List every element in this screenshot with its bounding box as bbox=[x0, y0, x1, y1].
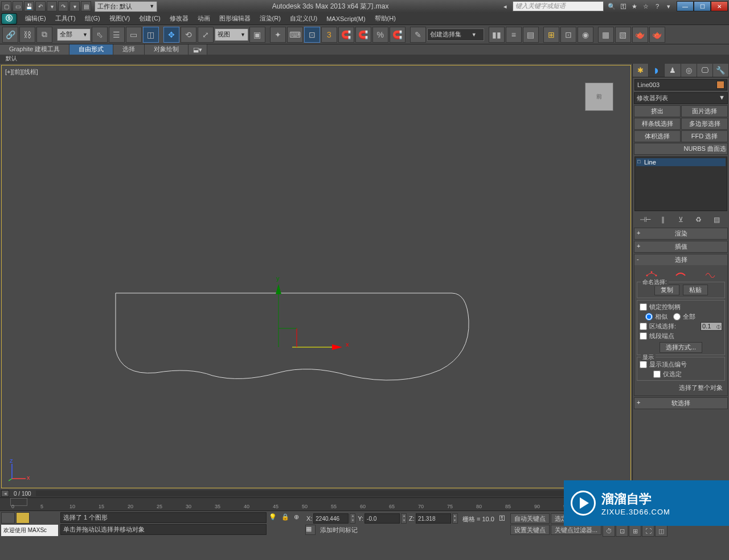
scale-icon[interactable]: ⤢ bbox=[198, 27, 214, 43]
move-gizmo[interactable]: x y bbox=[275, 276, 355, 356]
timeline-scroll-left[interactable]: ◂ bbox=[1, 490, 9, 497]
comm-center-icon[interactable]: ⚿ bbox=[499, 513, 509, 521]
binoculars-icon[interactable]: 🔍 bbox=[607, 2, 616, 11]
show-end-result-icon[interactable]: ∥ bbox=[658, 215, 668, 225]
snap-options-icon[interactable]: 🧲 bbox=[390, 27, 406, 43]
menu-tools[interactable]: 工具(T) bbox=[51, 13, 80, 24]
lock-selection-icon[interactable]: 🔒 bbox=[281, 513, 292, 524]
configure-sets-icon[interactable]: ▤ bbox=[711, 215, 722, 225]
select-by-button[interactable]: 选择方式... bbox=[660, 342, 702, 353]
paste-named-sel-button[interactable]: 粘贴 bbox=[683, 285, 708, 295]
rollout-soft-select-header[interactable]: +软选择 bbox=[634, 398, 727, 409]
project-icon[interactable]: ▤ bbox=[81, 1, 91, 11]
pivot-center-icon[interactable]: ▣ bbox=[249, 27, 265, 43]
script-listener-mini[interactable] bbox=[1, 512, 15, 524]
max-toggle-icon[interactable]: ⛶ bbox=[642, 525, 654, 537]
edit-named-sel-icon[interactable]: ✎ bbox=[410, 27, 426, 43]
unlink-icon[interactable]: ⛓ bbox=[19, 27, 35, 43]
viewport-front[interactable]: [+][前][线框] x y 前 z x bbox=[1, 65, 631, 488]
search-input[interactable]: 键入关键字或短语 bbox=[513, 1, 604, 11]
modifier-extrude[interactable]: 挤出 bbox=[634, 105, 681, 117]
isolate-toggle-icon[interactable]: ▦ bbox=[305, 525, 316, 535]
motion-panel-tab[interactable]: ◎ bbox=[681, 64, 697, 77]
menu-graph-editors[interactable]: 图形编辑器 bbox=[215, 13, 255, 24]
segment-end-checkbox[interactable] bbox=[640, 332, 647, 340]
favorite-icon[interactable]: ☆ bbox=[641, 2, 650, 11]
save-icon[interactable]: 💾 bbox=[24, 1, 34, 11]
percent-icon[interactable]: % bbox=[372, 27, 388, 43]
menu-animation[interactable]: 动画 bbox=[193, 13, 215, 24]
coord-z-input[interactable] bbox=[416, 513, 451, 524]
curve-editor-icon[interactable]: ⊞ bbox=[543, 27, 559, 43]
modify-panel-tab[interactable]: ◗ bbox=[649, 64, 665, 77]
modifier-poly-select[interactable]: 多边形选择 bbox=[681, 118, 728, 130]
undo-icon[interactable]: ↶ bbox=[35, 1, 46, 11]
render-production-icon[interactable]: 🫖 bbox=[632, 27, 648, 43]
abs-rel-icon[interactable]: ⊕ bbox=[294, 513, 304, 524]
keyboard-shortcut-icon[interactable]: ⌨ bbox=[287, 27, 303, 43]
percent-snap-icon[interactable]: 🧲 bbox=[338, 27, 354, 43]
modifier-face-select[interactable]: 面片选择 bbox=[681, 105, 728, 117]
move-icon[interactable]: ✥ bbox=[163, 27, 179, 43]
all-radio[interactable] bbox=[673, 313, 681, 320]
snap-toggle-icon[interactable]: ⊡ bbox=[304, 27, 320, 43]
region-zoom-icon[interactable]: ◫ bbox=[655, 525, 667, 537]
add-time-tag[interactable]: 添加时间标记 bbox=[318, 526, 360, 534]
object-color-swatch[interactable] bbox=[716, 81, 724, 89]
modifier-ffd-select[interactable]: FFD 选择 bbox=[681, 130, 728, 142]
rotate-icon[interactable]: ⟲ bbox=[181, 27, 196, 43]
modifier-volume-select[interactable]: 体积选择 bbox=[634, 130, 681, 142]
coord-x-spinner[interactable]: ▴▾ bbox=[350, 513, 355, 524]
ribbon-tab-selection[interactable]: 选择 bbox=[113, 44, 145, 55]
lock-handles-checkbox[interactable] bbox=[640, 303, 647, 311]
render-iterative-icon[interactable]: 🫖 bbox=[649, 27, 665, 43]
subobj-segment-icon[interactable] bbox=[675, 270, 686, 278]
named-selection-sets[interactable]: 创建选择集▼ bbox=[427, 28, 484, 41]
time-config-icon[interactable]: ⏱ bbox=[603, 525, 615, 537]
menu-edit[interactable]: 编辑(E) bbox=[21, 13, 51, 24]
mirror-icon[interactable]: ▮▮ bbox=[489, 27, 505, 43]
menu-group[interactable]: 组(G) bbox=[80, 13, 105, 24]
coord-z-spinner[interactable]: ▴▾ bbox=[452, 513, 458, 524]
stack-item-line[interactable]: Line bbox=[636, 158, 726, 166]
menu-create[interactable]: 创建(C) bbox=[134, 13, 165, 24]
menu-maxscript[interactable]: MAXScript(M) bbox=[322, 14, 370, 23]
minimize-button[interactable]: — bbox=[677, 1, 694, 11]
coord-y-spinner[interactable]: ▴▾ bbox=[401, 513, 407, 524]
undo-dropdown-icon[interactable]: ▾ bbox=[47, 1, 57, 11]
window-crossing-icon[interactable]: ◫ bbox=[143, 27, 159, 43]
spinner-snap-icon[interactable]: 🧲 bbox=[355, 27, 371, 43]
rollout-render-header[interactable]: +渲染 bbox=[634, 228, 727, 239]
show-vertex-num-checkbox[interactable] bbox=[640, 361, 647, 368]
rollout-selection-header[interactable]: -选择 bbox=[634, 254, 727, 265]
rollout-interp-header[interactable]: +插值 bbox=[634, 241, 727, 252]
modifier-stack[interactable]: Line bbox=[634, 157, 727, 211]
select-object-icon[interactable]: ⬁ bbox=[92, 27, 108, 43]
select-region-icon[interactable]: ▭ bbox=[126, 27, 142, 43]
help-icon[interactable]: ? bbox=[653, 2, 662, 11]
new-icon[interactable]: ▢ bbox=[1, 1, 11, 11]
area-select-checkbox[interactable] bbox=[640, 323, 647, 330]
coord-x-input[interactable] bbox=[313, 513, 349, 524]
app-menu-button[interactable]: ⓢ bbox=[1, 13, 17, 24]
similar-radio[interactable] bbox=[645, 313, 653, 320]
open-icon[interactable]: ▭ bbox=[13, 1, 23, 11]
maximize-button[interactable]: ☐ bbox=[694, 1, 711, 11]
key-mode-icon[interactable]: 💡 bbox=[269, 513, 279, 524]
select-by-name-icon[interactable]: ☰ bbox=[109, 27, 125, 43]
angle-snap-icon[interactable]: 3 bbox=[321, 27, 337, 43]
align-icon[interactable]: ≡ bbox=[506, 27, 522, 43]
subobj-vertex-icon[interactable] bbox=[646, 270, 657, 278]
workspace-selector[interactable]: 工作台: 默认 ▼ bbox=[95, 1, 157, 12]
utilities-panel-tab[interactable]: 🔧 bbox=[713, 64, 729, 77]
menu-views[interactable]: 视图(V) bbox=[105, 13, 135, 24]
selection-filter[interactable]: 全部▼ bbox=[57, 28, 91, 41]
bind-icon[interactable]: ⧉ bbox=[36, 27, 52, 43]
menu-customize[interactable]: 自定义(U) bbox=[285, 13, 322, 24]
ref-coord-system[interactable]: 视图▼ bbox=[215, 28, 248, 41]
ribbon-tab-freeform[interactable]: 自由形式 bbox=[69, 44, 113, 55]
render-frame-icon[interactable]: ▧ bbox=[615, 27, 631, 43]
link-icon[interactable]: 🔗 bbox=[2, 27, 18, 43]
star-icon[interactable]: ★ bbox=[630, 2, 639, 11]
coord-y-input[interactable] bbox=[364, 513, 400, 524]
